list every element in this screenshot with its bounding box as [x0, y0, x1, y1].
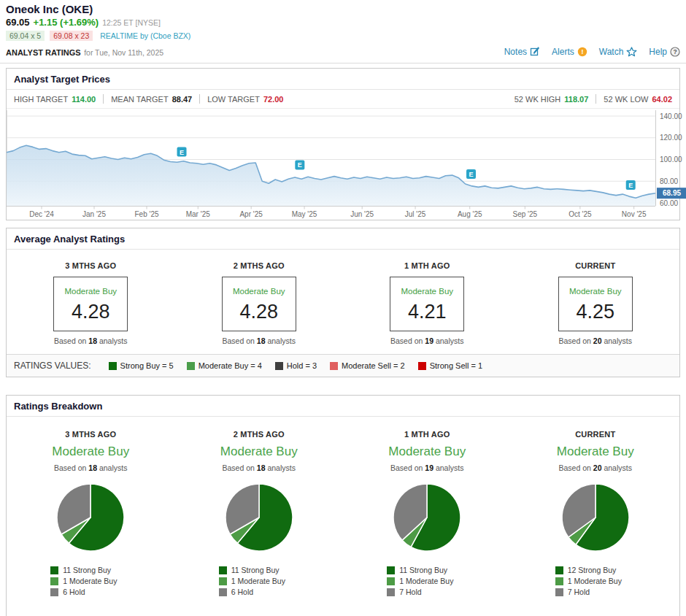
- page: Oneok Inc (OKE) 69.05 +1.15 (+1.69%) 12:…: [0, 0, 686, 616]
- note-compose-icon: [530, 47, 540, 57]
- 52wk-high: 52 WK HIGH 118.07: [514, 95, 589, 104]
- moderate-sell-swatch: [330, 362, 338, 370]
- avg-rating-column-1mo: 1 MTH AGO Moderate Buy 4.21 Based on 19 …: [343, 261, 512, 345]
- question-circle-icon: ?: [670, 47, 680, 57]
- pie-legend-row: 1 Moderate Buy: [387, 577, 467, 585]
- pie-legend-row: 7 Hold: [555, 588, 636, 596]
- alerts-link-label: Alerts: [552, 47, 574, 57]
- y-axis-tick-label: 80.00: [660, 177, 678, 185]
- hold-swatch: [50, 588, 58, 596]
- y-axis-tick-label: 60.00: [660, 199, 678, 207]
- pie-legend: 12 Strong Buy 1 Moderate Buy 7 Hold: [555, 563, 636, 596]
- breakdown-column-1mo: 1 MTH AGO Moderate Buy Based on 19 analy…: [343, 430, 512, 596]
- last-price: 69.05: [6, 17, 30, 28]
- x-axis-tick-label: May '25: [292, 210, 317, 218]
- based-on-label: Based on 18 analysts: [54, 463, 127, 472]
- company-title: Oneok Inc (OKE): [6, 0, 680, 15]
- legend-title: RATINGS VALUES:: [14, 361, 91, 371]
- legend-item-strong-sell: Strong Sell = 1: [418, 361, 482, 370]
- x-axis-tick-label: Aug '25: [458, 210, 482, 218]
- x-axis-tick-label: Sep '25: [513, 210, 538, 218]
- star-outline-icon: [626, 47, 637, 57]
- based-on-label: Based on 18 analysts: [175, 336, 344, 345]
- based-on-label: Based on 19 analysts: [390, 463, 463, 472]
- pie-legend: 11 Strong Buy 1 Moderate Buy 6 Hold: [219, 563, 299, 596]
- ratings-pie-chart[interactable]: [560, 482, 631, 553]
- ratings-pie-chart[interactable]: [392, 482, 462, 553]
- earnings-marker[interactable]: E: [626, 180, 636, 190]
- hold-swatch: [275, 362, 283, 370]
- notes-link-label: Notes: [504, 47, 527, 57]
- strong-buy-swatch: [387, 566, 395, 574]
- svg-text:E: E: [298, 161, 302, 169]
- earnings-marker[interactable]: E: [177, 147, 187, 157]
- moderate-buy-swatch: [50, 577, 58, 585]
- avg-rating-column-2mo: 2 MTHS AGO Moderate Buy 4.28 Based on 18…: [175, 261, 344, 345]
- notes-link[interactable]: Notes: [504, 47, 540, 57]
- x-axis-tick-label: Feb '25: [135, 210, 159, 218]
- ratings-pie-chart[interactable]: [55, 482, 126, 553]
- earnings-marker[interactable]: E: [295, 160, 304, 169]
- x-axis-tick-label: Jan '25: [82, 210, 106, 218]
- avg-ratings-columns: 3 MTHS AGO Moderate Buy 4.28 Based on 18…: [7, 250, 679, 354]
- breakdown-rating: Moderate Buy: [52, 444, 129, 459]
- price-history-chart[interactable]: 140.00120.00100.0080.0060.00Dec '24Jan '…: [7, 110, 686, 220]
- page-date: for Tue, Nov 11th, 2025: [84, 48, 163, 57]
- price-chart-container: 140.00120.00100.0080.0060.00Dec '24Jan '…: [7, 109, 679, 220]
- bid-badge: 69.04 x 5: [6, 31, 45, 41]
- 52wk-low: 52 WK LOW 64.02: [604, 95, 672, 104]
- divider: [103, 94, 104, 104]
- low-target: LOW TARGET 72.00: [207, 95, 283, 104]
- pie-legend: 11 Strong Buy 1 Moderate Buy 7 Hold: [387, 563, 467, 596]
- breakdown-column-3mo: 3 MTHS AGO Moderate Buy Based on 18 anal…: [7, 430, 175, 596]
- page-title: ANALYST RATINGS for Tue, Nov 11th, 2025: [6, 45, 163, 58]
- watch-link[interactable]: Watch: [599, 47, 638, 57]
- x-axis-tick-label: Dec '24: [29, 210, 54, 218]
- price-change: +1.15 (+1.69%): [34, 17, 99, 28]
- x-axis-tick-label: Oct '25: [569, 210, 592, 218]
- watch-link-label: Watch: [599, 47, 624, 57]
- price-area-fill: [7, 145, 655, 206]
- rating-box: Moderate Buy 4.21: [390, 277, 464, 331]
- pie-legend-row: 11 Strong Buy: [50, 566, 131, 574]
- moderate-buy-swatch: [555, 577, 563, 585]
- pie-legend-row: 6 Hold: [50, 588, 131, 596]
- target-prices-section: Analyst Target Prices HIGH TARGET 114.00…: [6, 68, 680, 220]
- based-on-label: Based on 20 analysts: [512, 336, 680, 345]
- legend-item-moderate-sell: Moderate Sell = 2: [330, 361, 405, 370]
- high-target: HIGH TARGET 114.00: [14, 95, 96, 104]
- breakdown-rating: Moderate Buy: [557, 444, 634, 459]
- legend-item-hold: Hold = 3: [275, 361, 317, 370]
- strong-buy-swatch: [555, 566, 563, 574]
- based-on-label: Based on 20 analysts: [559, 463, 632, 472]
- realtime-label: REALTIME by (Cboe BZX): [100, 31, 190, 40]
- avg-ratings-title: Average Analyst Ratings: [7, 228, 679, 250]
- pie-legend-row: 1 Moderate Buy: [50, 577, 131, 585]
- earnings-marker[interactable]: E: [466, 169, 476, 179]
- ratings-pie-chart[interactable]: [224, 482, 294, 553]
- mean-target: MEAN TARGET 88.47: [111, 95, 192, 104]
- divider: [596, 94, 596, 104]
- ratings-breakdown-title: Ratings Breakdown: [7, 396, 679, 417]
- strong-sell-swatch: [418, 362, 426, 370]
- divider: [199, 94, 200, 104]
- quote-header: Oneok Inc (OKE) 69.05 +1.15 (+1.69%) 12:…: [6, 0, 680, 63]
- moderate-buy-swatch: [187, 362, 195, 370]
- targets-row: HIGH TARGET 114.00 MEAN TARGET 88.47 LOW…: [7, 90, 679, 109]
- x-axis-tick-label: Apr '25: [239, 210, 263, 218]
- pie-legend-row: 7 Hold: [387, 588, 467, 596]
- y-axis-tick-label: 140.00: [660, 112, 682, 120]
- help-link-label: Help: [649, 47, 667, 57]
- bid-ask-row: 69.04 x 5 69.08 x 23 REALTIME by (Cboe B…: [6, 31, 680, 41]
- alerts-link[interactable]: Alerts !: [552, 47, 587, 57]
- svg-text:E: E: [628, 182, 633, 189]
- target-prices-title: Analyst Target Prices: [7, 69, 679, 90]
- legend-item-strong-buy: Strong Buy = 5: [109, 361, 174, 370]
- header-links: Notes Alerts ! Watch: [504, 47, 680, 57]
- alert-exclamation-icon: !: [577, 47, 587, 57]
- pie-legend-row: 11 Strong Buy: [387, 566, 467, 574]
- rating-box: Moderate Buy 4.28: [53, 277, 128, 331]
- breakdown-rating: Moderate Buy: [388, 444, 466, 459]
- page-meta-row: ANALYST RATINGS for Tue, Nov 11th, 2025 …: [0, 45, 686, 63]
- help-link[interactable]: Help ?: [649, 47, 680, 57]
